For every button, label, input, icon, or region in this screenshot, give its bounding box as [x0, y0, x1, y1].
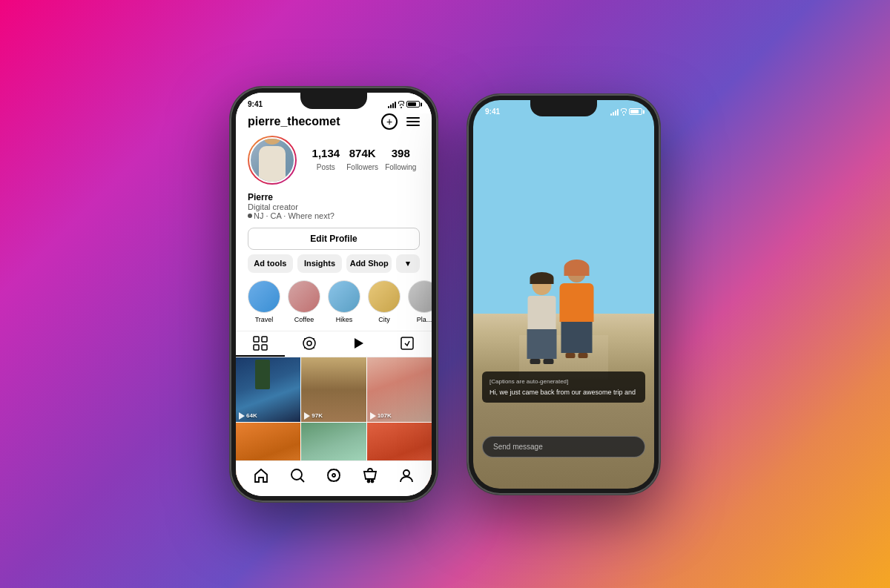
stat-following: 398 Following	[385, 147, 416, 173]
person-left-hair	[530, 272, 554, 284]
person-right-shoe-l	[566, 353, 576, 358]
highlight-more[interactable]: Pla...	[408, 280, 432, 323]
chevron-down-button[interactable]: ▾	[396, 254, 420, 273]
tab-tagged[interactable]	[383, 331, 432, 357]
reels-icon	[350, 335, 366, 351]
reels-nav-icon	[326, 467, 342, 483]
send-message-bar[interactable]: Send message	[482, 436, 645, 457]
nav-search[interactable]	[289, 467, 306, 483]
svg-point-8	[304, 347, 306, 348]
username: pierre_thecomet	[248, 115, 340, 128]
svg-point-16	[367, 480, 369, 483]
ad-tools-button[interactable]: Ad tools	[248, 254, 293, 273]
followers-label: Followers	[346, 163, 378, 171]
home-icon	[253, 467, 269, 483]
story-highlights: Travel Coffee Hikes City Pla...	[236, 280, 432, 331]
highlight-label-hikes: Hikes	[336, 316, 353, 323]
person-left-shoe-l	[530, 359, 541, 364]
wifi-icon-right	[621, 108, 627, 116]
svg-point-17	[371, 480, 373, 483]
caption-auto-label: [Captions are auto-generated]	[490, 377, 638, 386]
person-left-head	[533, 276, 552, 295]
add-post-icon[interactable]: +	[381, 113, 398, 130]
right-phone: 9:41	[467, 94, 660, 495]
bio-description: Digital creator	[248, 202, 420, 211]
tab-reels-list[interactable]	[285, 331, 334, 357]
svg-point-12	[291, 469, 302, 480]
avatar-head	[263, 137, 282, 145]
svg-rect-2	[254, 345, 259, 350]
add-shop-button[interactable]: Add Shop	[346, 254, 392, 273]
stat-followers: 874K Followers	[346, 147, 378, 173]
grid-overlay-1: 64K	[239, 412, 257, 420]
tab-reels[interactable]	[334, 331, 383, 357]
battery-fill-right	[630, 110, 639, 113]
grid-overlay-2: 97K	[304, 412, 323, 420]
followers-count: 874K	[346, 147, 378, 159]
reels-list-icon	[301, 335, 317, 351]
grid-item-1[interactable]: 64K	[236, 357, 300, 422]
following-count: 398	[385, 147, 416, 159]
grid-item-2[interactable]: 97K	[301, 357, 366, 422]
person-right-hoodie	[560, 283, 594, 322]
play-icon-1	[239, 412, 245, 420]
left-phone-screen: 9:41	[236, 93, 432, 496]
bottom-navigation	[236, 460, 432, 496]
stat-posts: 1,134 Posts	[312, 147, 340, 173]
highlight-hikes[interactable]: Hikes	[328, 280, 360, 323]
tab-grid[interactable]	[236, 331, 285, 357]
content-tabs	[236, 331, 432, 357]
location-dot	[248, 214, 252, 218]
nav-shop[interactable]	[362, 467, 378, 483]
highlight-label-travel: Travel	[255, 316, 274, 323]
svg-point-15	[332, 474, 335, 477]
bio-name: Pierre	[248, 192, 420, 202]
battery-icon-right	[629, 108, 642, 115]
secondary-buttons-row: Ad tools Insights Add Shop ▾	[248, 254, 420, 273]
left-phone: 9:41	[230, 87, 438, 502]
profile-header: pierre_thecomet +	[236, 113, 432, 136]
wifi-icon	[398, 101, 404, 108]
highlight-circle-coffee	[288, 280, 320, 313]
person-right-pants	[561, 322, 593, 353]
person-right-shoe-r	[578, 353, 588, 358]
bio-location: NJ · CA · Where next?	[248, 211, 420, 220]
reel-people	[527, 265, 594, 364]
avatar-ring	[248, 136, 297, 185]
search-icon	[289, 467, 306, 483]
status-icons-left	[388, 101, 420, 108]
highlight-city[interactable]: City	[368, 280, 400, 323]
profile-nav-icon	[398, 467, 415, 483]
highlight-label-city: City	[378, 316, 390, 323]
avatar-body	[259, 146, 286, 183]
time-left: 9:41	[248, 100, 263, 108]
notch	[300, 93, 367, 109]
svg-rect-3	[262, 345, 267, 350]
highlight-travel[interactable]: Travel	[248, 280, 280, 323]
nav-profile[interactable]	[398, 467, 415, 483]
svg-line-13	[300, 478, 304, 482]
edit-profile-button[interactable]: Edit Profile	[248, 228, 420, 250]
svg-rect-11	[401, 337, 413, 349]
svg-rect-1	[262, 337, 267, 342]
highlight-coffee[interactable]: Coffee	[288, 280, 320, 323]
nav-reels[interactable]	[326, 467, 342, 483]
person-left-shirt	[528, 296, 556, 329]
person-right-hair	[564, 260, 590, 276]
caption-text: Hi, we just came back from our awesome t…	[490, 388, 638, 397]
views-2: 97K	[312, 412, 323, 419]
insights-button[interactable]: Insights	[297, 254, 343, 273]
grid-item-3[interactable]: 107K	[367, 357, 432, 422]
person-left-pants	[527, 329, 557, 359]
location-text: NJ · CA · Where next?	[254, 211, 334, 220]
nav-home[interactable]	[253, 467, 269, 483]
menu-icon[interactable]	[406, 117, 420, 126]
person-right	[560, 265, 594, 358]
person-left-shoes	[530, 359, 554, 364]
signal-icon	[388, 101, 396, 108]
play-icon-2	[304, 412, 310, 420]
battery-icon	[406, 101, 420, 108]
highlight-circle-city	[368, 280, 400, 313]
following-label: Following	[385, 163, 416, 171]
highlight-circle-travel	[248, 280, 280, 313]
